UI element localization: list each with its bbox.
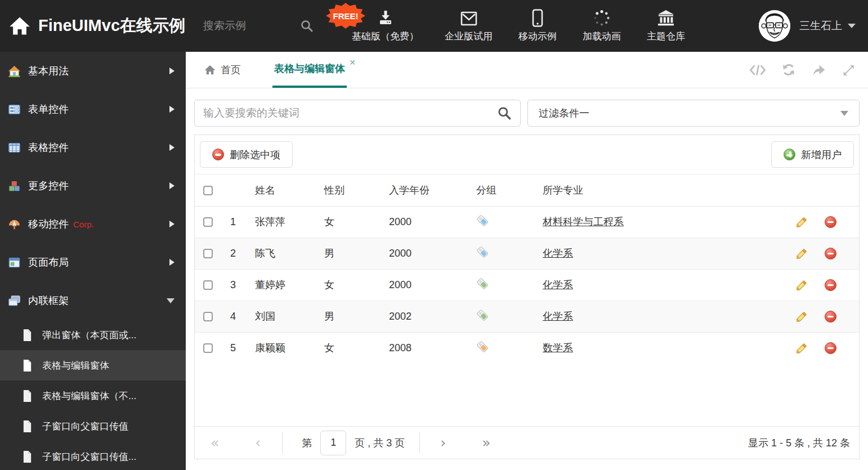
row-checkbox[interactable] — [203, 343, 213, 353]
sidebar-subitem-grid-edit-window-2[interactable]: 表格与编辑窗体（不... — [0, 381, 186, 411]
code-icon[interactable] — [749, 63, 766, 77]
cell-name: 陈飞 — [247, 238, 316, 269]
tag-icon — [476, 277, 489, 290]
main-area: 首页 表格与编辑窗体 — [186, 52, 868, 470]
edit-icon[interactable] — [795, 310, 808, 323]
cell-name: 康颖颖 — [247, 332, 316, 364]
home-icon — [8, 65, 21, 78]
row-index: 3 — [222, 269, 247, 301]
cell-name: 董婷婷 — [247, 269, 316, 301]
sidebar-item-form-controls[interactable]: 表单控件 — [0, 90, 186, 128]
envelope-icon — [460, 9, 478, 27]
keyword-search-input[interactable] — [203, 107, 497, 119]
edit-icon[interactable] — [795, 247, 808, 260]
nav-item-basic-free[interactable]: FREE! 基础版（免费） — [352, 9, 419, 43]
nav-label: 主题仓库 — [647, 30, 685, 43]
row-checkbox[interactable] — [203, 217, 213, 227]
page-label-suffix: 页 , 共 3 页 — [355, 436, 405, 450]
search-icon[interactable] — [497, 106, 512, 120]
table-icon — [8, 141, 21, 154]
delete-row-icon[interactable] — [825, 311, 836, 323]
major-link[interactable]: 数学系 — [543, 342, 573, 353]
sidebar-item-inline-frame[interactable]: 内联框架 — [0, 281, 186, 320]
edit-icon[interactable] — [795, 342, 808, 355]
file-icon — [22, 329, 33, 342]
close-icon[interactable] — [349, 58, 356, 67]
sidebar-item-page-layout[interactable]: 页面布局 — [0, 243, 186, 281]
nav-item-mobile-demo[interactable]: 移动示例 — [518, 9, 557, 43]
divider — [419, 432, 420, 454]
bank-icon — [656, 9, 675, 27]
filter-dropdown-value: 过滤条件一 — [539, 106, 589, 120]
nav-item-loading-animation[interactable]: 加载动画 — [583, 9, 621, 43]
page-content: 过滤条件一 删除选中项 新增用户 — [186, 88, 868, 470]
edit-icon[interactable] — [795, 216, 808, 229]
svg-text:FREE!: FREE! — [333, 11, 359, 21]
avatar[interactable] — [759, 10, 790, 42]
sidebar-item-basic-usage[interactable]: 基本用法 — [0, 52, 186, 90]
sidebar-item-label: 内联框架 — [28, 294, 69, 307]
table-row: 1 张萍萍 女 2000 材料科学与工程系 — [195, 206, 859, 238]
nav-item-theme-repo[interactable]: 主题仓库 — [647, 9, 685, 43]
filter-bar: 过滤条件一 — [194, 100, 860, 127]
brand-home-icon[interactable] — [9, 15, 30, 37]
chevron-down-icon — [840, 111, 848, 116]
corp-badge: Corp. — [73, 220, 94, 229]
header-search-input[interactable] — [203, 20, 292, 32]
row-index: 2 — [222, 238, 247, 269]
tab-label: 首页 — [221, 63, 241, 77]
plus-circle-icon — [784, 149, 795, 160]
expand-icon[interactable] — [842, 63, 856, 77]
add-user-button[interactable]: 新增用户 — [771, 141, 854, 168]
edit-icon[interactable] — [795, 279, 808, 292]
last-page-button[interactable] — [482, 436, 490, 450]
filter-dropdown[interactable]: 过滤条件一 — [527, 100, 860, 127]
tab-grid-edit-window[interactable]: 表格与编辑窗体 — [272, 52, 347, 88]
first-page-button[interactable] — [211, 436, 219, 450]
sidebar-subitem-child-to-parent[interactable]: 子窗口向父窗口传值 — [0, 411, 186, 441]
row-checkbox[interactable] — [203, 249, 213, 258]
cell-gender: 男 — [316, 301, 381, 332]
next-page-button[interactable] — [440, 436, 446, 450]
delete-row-icon[interactable] — [825, 248, 836, 259]
delete-selected-button[interactable]: 删除选中项 — [200, 141, 293, 168]
refresh-icon[interactable] — [781, 62, 796, 77]
chevron-right-icon — [169, 68, 175, 74]
tab-tools — [749, 62, 856, 77]
sidebar-item-label: 更多控件 — [28, 179, 69, 193]
search-icon[interactable] — [300, 19, 314, 33]
sidebar-subitem-label: 子窗口向父窗口传值 — [42, 420, 128, 433]
prev-page-button[interactable] — [255, 436, 261, 450]
tab-label: 表格与编辑窗体 — [274, 62, 345, 75]
sidebar-subitem-popup-window[interactable]: 弹出窗体（本页面或... — [0, 320, 186, 350]
sidebar-item-mobile-controls[interactable]: 移动控件 Corp. — [0, 205, 186, 243]
file-icon — [22, 420, 33, 433]
delete-row-icon[interactable] — [825, 216, 836, 228]
select-all-checkbox[interactable] — [203, 186, 213, 195]
cell-year: 2000 — [381, 238, 468, 269]
sidebar-subitem-label: 子窗口向父窗口传值... — [42, 450, 136, 463]
row-checkbox[interactable] — [203, 312, 213, 321]
nav-item-enterprise-trial[interactable]: 企业版试用 — [445, 9, 493, 43]
username: 三生石上 — [799, 19, 842, 33]
major-link[interactable]: 化学系 — [543, 311, 573, 322]
major-link[interactable]: 化学系 — [543, 248, 573, 259]
page-number-input[interactable] — [320, 431, 346, 455]
column-header-group: 分组 — [468, 174, 534, 206]
row-checkbox[interactable] — [203, 280, 213, 290]
cell-year: 2000 — [381, 269, 468, 301]
header-search — [203, 19, 321, 33]
sidebar-item-more-controls[interactable]: 更多控件 — [0, 167, 186, 205]
major-link[interactable]: 化学系 — [543, 279, 573, 290]
share-icon[interactable] — [811, 63, 826, 77]
sidebar-subitem-child-to-parent-2[interactable]: 子窗口向父窗口传值... — [0, 441, 186, 470]
sidebar-subitem-grid-edit-window[interactable]: 表格与编辑窗体 — [0, 350, 186, 381]
delete-row-icon[interactable] — [825, 342, 836, 354]
sidebar-item-grid-controls[interactable]: 表格控件 — [0, 128, 186, 167]
delete-row-icon[interactable] — [825, 279, 836, 291]
tab-home[interactable]: 首页 — [204, 52, 241, 88]
record-count-summary: 显示 1 - 5 条 , 共 12 条 — [748, 436, 850, 450]
row-index: 4 — [222, 301, 247, 332]
user-menu[interactable]: 三生石上 — [799, 19, 856, 33]
major-link[interactable]: 材料科学与工程系 — [543, 216, 624, 227]
